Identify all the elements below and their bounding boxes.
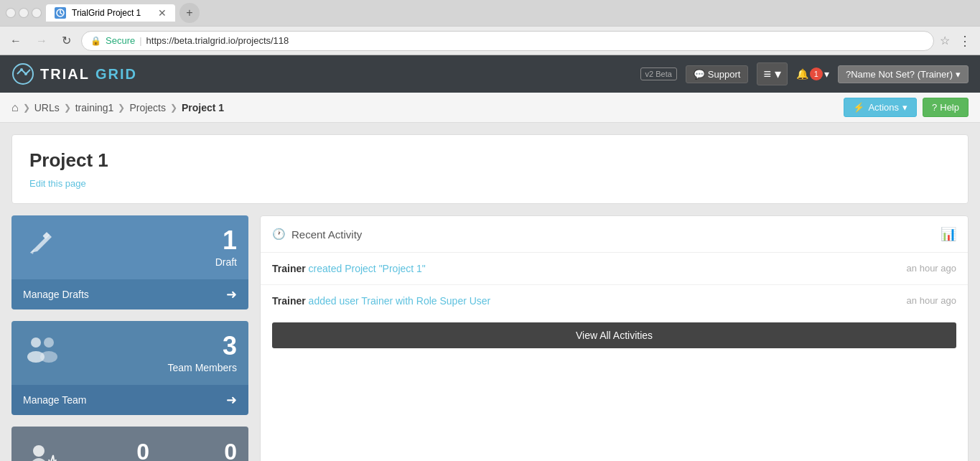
svg-point-5 [31, 337, 41, 348]
tab-close-button[interactable]: ✕ [158, 7, 167, 19]
activity-list: Trainer created Project "Project 1" an h… [261, 253, 968, 317]
url-text: https://beta.trialgrid.io/projects/118 [146, 35, 289, 46]
user-label: ?Name Not Set? (Trainer) [846, 69, 953, 80]
svg-point-7 [44, 337, 54, 348]
question-icon: ? [932, 102, 937, 113]
breadcrumb-home-icon[interactable]: ⌂ [11, 101, 19, 114]
browser-menu-button[interactable]: ⋮ [956, 33, 974, 49]
new-tab-button[interactable]: + [179, 3, 200, 23]
url-separator: | [139, 35, 141, 46]
cards-column: 1 Draft Manage Drafts ➜ [11, 215, 248, 461]
drafts-count: 1 [215, 228, 237, 253]
logo-grid-text: GRID [95, 66, 137, 83]
help-label: Help [940, 102, 959, 113]
main-content: Project 1 Edit this page 1 Dr [0, 123, 980, 461]
support-label: Support [708, 69, 741, 80]
breadcrumb-actions: ⚡ Actions ▾ ? Help [844, 98, 969, 117]
notification-button[interactable]: 🔔 1 ▾ [796, 67, 829, 80]
secure-label: Secure [106, 35, 135, 46]
activity-action-2: added user Trainer with Role Super User [309, 295, 491, 307]
drafts-stat-info: 1 Draft [215, 228, 237, 268]
breadcrumb-sep-3: ❯ [170, 103, 177, 113]
support-icon: 💬 [694, 69, 705, 80]
browser-titlebar: TrialGrid Project 1 ✕ + [0, 0, 980, 26]
diagnostics-icon [23, 438, 60, 461]
activity-header: 🕐 Recent Activity 📊 [261, 216, 968, 253]
breadcrumb-urls[interactable]: URLs [34, 102, 60, 113]
active-diagnostics-count: 0 [167, 440, 237, 462]
breadcrumb: ⌂ ❯ URLs ❯ training1 ❯ Projects ❯ Projec… [11, 101, 224, 114]
secure-lock-icon: 🔒 [90, 36, 101, 46]
user-menu-button[interactable]: ?Name Not Set? (Trainer) ▾ [838, 65, 969, 83]
actions-button[interactable]: ⚡ Actions ▾ [844, 98, 917, 117]
tab-title: TrialGrid Project 1 [72, 8, 141, 18]
breadcrumb-sep-0: ❯ [23, 103, 30, 113]
help-button[interactable]: ? Help [923, 98, 969, 117]
app-logo: TRIALGRID [11, 62, 137, 85]
drafts-card-top: 1 Draft [11, 215, 248, 279]
view-all-activities-button[interactable]: View All Activities [272, 322, 956, 348]
team-label: Team Members [168, 362, 237, 373]
drafts-card-bottom[interactable]: Manage Drafts ➜ [11, 279, 248, 309]
activity-title: 🕐 Recent Activity [272, 228, 362, 241]
breadcrumb-training1[interactable]: training1 [75, 102, 114, 113]
reload-button[interactable]: ↻ [57, 32, 75, 49]
diagnostics-numbers: 0 Explanations 0 Active Diagnostics [100, 440, 237, 462]
clock-icon: 🕐 [272, 228, 286, 241]
logo-trial-text: TRIAL [40, 66, 90, 83]
support-button[interactable]: 💬 Support [686, 65, 749, 83]
actions-label: Actions [868, 102, 899, 113]
browser-chrome: TrialGrid Project 1 ✕ + ← → ↻ 🔒 Secure |… [0, 0, 980, 55]
bell-icon: 🔔 [796, 68, 808, 80]
cards-activity-layout: 1 Draft Manage Drafts ➜ [11, 215, 969, 461]
back-button[interactable]: ← [6, 33, 26, 49]
team-icon [23, 332, 60, 373]
browser-tab[interactable]: TrialGrid Project 1 ✕ [46, 4, 175, 22]
activity-time-2: an hour ago [907, 295, 956, 306]
lightning-icon: ⚡ [853, 102, 864, 113]
activity-time-1: an hour ago [907, 263, 956, 274]
activity-user-1: Trainer [272, 263, 306, 274]
project-title: Project 1 [29, 149, 951, 172]
user-chevron: ▾ [956, 69, 961, 80]
explanations-count: 0 [100, 440, 149, 462]
diagnostics-card: 0 Explanations 0 Active Diagnostics Mana… [11, 427, 248, 461]
activity-action-1: created Project "Project 1" [309, 263, 426, 274]
app-header: TRIALGRID v2 Beta 💬 Support ≡ ▾ 🔔 1 ▾ ?N… [0, 55, 980, 93]
activity-panel: 🕐 Recent Activity 📊 Trainer created Proj… [260, 215, 969, 461]
svg-point-2 [20, 68, 23, 71]
forward-button[interactable]: → [32, 33, 52, 49]
active-diagnostics-stat: 0 Active Diagnostics [167, 440, 237, 462]
activity-title-text: Recent Activity [291, 228, 362, 241]
team-stat-info: 3 Team Members [168, 333, 237, 373]
notification-badge: 1 [810, 67, 823, 80]
close-window-button[interactable] [6, 8, 16, 18]
svg-point-3 [24, 73, 27, 75]
edit-page-link[interactable]: Edit this page [29, 178, 86, 189]
breadcrumb-bar: ⌂ ❯ URLs ❯ training1 ❯ Projects ❯ Projec… [0, 93, 980, 123]
browser-addressbar: ← → ↻ 🔒 Secure | https://beta.trialgrid.… [0, 26, 980, 55]
team-card: 3 Team Members Manage Team ➜ [11, 321, 248, 415]
activity-user-2: Trainer [272, 295, 306, 307]
beta-badge: v2 Beta [640, 67, 677, 80]
svg-point-9 [33, 445, 45, 457]
breadcrumb-sep-1: ❯ [64, 103, 71, 113]
bookmark-button[interactable]: ☆ [940, 34, 950, 47]
maximize-window-button[interactable] [32, 8, 42, 18]
manage-drafts-link[interactable]: Manage Drafts [23, 289, 89, 300]
drafts-arrow-icon: ➜ [226, 287, 237, 302]
activity-item: Trainer added user Trainer with Role Sup… [261, 285, 968, 317]
notification-chevron: ▾ [824, 68, 829, 80]
breadcrumb-projects[interactable]: Projects [129, 102, 166, 113]
chart-icon[interactable]: 📊 [941, 226, 956, 242]
menu-dropdown-button[interactable]: ≡ ▾ [757, 62, 788, 85]
manage-team-link[interactable]: Manage Team [23, 394, 86, 406]
breadcrumb-current: Project 1 [182, 102, 224, 113]
activity-item: Trainer created Project "Project 1" an h… [261, 253, 968, 285]
tab-favicon [55, 7, 66, 19]
address-bar[interactable]: 🔒 Secure | https://beta.trialgrid.io/pro… [81, 31, 934, 51]
minimize-window-button[interactable] [19, 8, 29, 18]
diagnostics-card-top: 0 Explanations 0 Active Diagnostics [11, 427, 248, 461]
drafts-card: 1 Draft Manage Drafts ➜ [11, 215, 248, 309]
team-card-bottom[interactable]: Manage Team ➜ [11, 385, 248, 415]
